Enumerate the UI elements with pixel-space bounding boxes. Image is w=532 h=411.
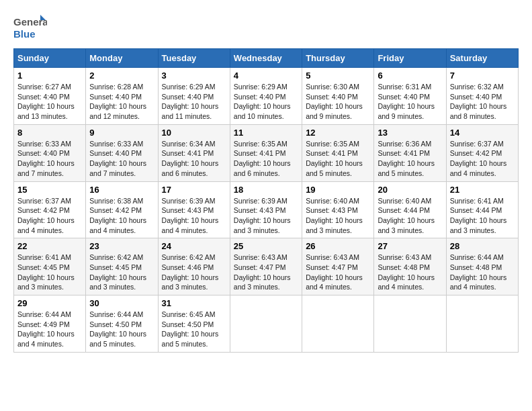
calendar-cell bbox=[446, 295, 518, 353]
calendar-cell: 13Sunrise: 6:36 AMSunset: 4:41 PMDayligh… bbox=[374, 124, 446, 181]
calendar-cell: 15Sunrise: 6:37 AMSunset: 4:42 PMDayligh… bbox=[14, 181, 86, 238]
header-day-monday: Monday bbox=[86, 49, 158, 68]
day-info: Sunrise: 6:35 AMSunset: 4:41 PMDaylight:… bbox=[234, 139, 298, 179]
day-info: Sunrise: 6:40 AMSunset: 4:43 PMDaylight:… bbox=[306, 196, 370, 236]
calendar-cell: 22Sunrise: 6:41 AMSunset: 4:45 PMDayligh… bbox=[14, 238, 86, 295]
calendar-cell: 10Sunrise: 6:34 AMSunset: 4:41 PMDayligh… bbox=[158, 124, 230, 181]
day-info: Sunrise: 6:43 AMSunset: 4:47 PMDaylight:… bbox=[306, 253, 370, 292]
calendar-cell: 14Sunrise: 6:37 AMSunset: 4:42 PMDayligh… bbox=[446, 124, 518, 181]
day-number: 28 bbox=[450, 241, 515, 251]
header-row: SundayMondayTuesdayWednesdayThursdayFrid… bbox=[14, 49, 519, 68]
calendar-week-3: 15Sunrise: 6:37 AMSunset: 4:42 PMDayligh… bbox=[14, 181, 519, 238]
day-info: Sunrise: 6:35 AMSunset: 4:41 PMDaylight:… bbox=[306, 139, 370, 179]
day-info: Sunrise: 6:27 AMSunset: 4:40 PMDaylight:… bbox=[17, 82, 82, 122]
calendar-cell bbox=[374, 295, 446, 353]
calendar-cell bbox=[302, 295, 374, 353]
calendar-cell: 19Sunrise: 6:40 AMSunset: 4:43 PMDayligh… bbox=[302, 181, 374, 238]
day-number: 10 bbox=[162, 128, 226, 138]
day-number: 23 bbox=[89, 241, 154, 251]
day-info: Sunrise: 6:39 AMSunset: 4:43 PMDaylight:… bbox=[234, 196, 298, 236]
day-info: Sunrise: 6:29 AMSunset: 4:40 PMDaylight:… bbox=[162, 82, 226, 122]
day-number: 13 bbox=[378, 128, 442, 138]
calendar-cell: 29Sunrise: 6:44 AMSunset: 4:49 PMDayligh… bbox=[14, 295, 86, 353]
header-day-tuesday: Tuesday bbox=[158, 49, 230, 68]
day-info: Sunrise: 6:43 AMSunset: 4:48 PMDaylight:… bbox=[378, 253, 442, 292]
day-info: Sunrise: 6:33 AMSunset: 4:40 PMDaylight:… bbox=[17, 139, 82, 179]
day-number: 3 bbox=[162, 71, 226, 81]
day-number: 26 bbox=[306, 241, 370, 251]
calendar-cell: 4Sunrise: 6:29 AMSunset: 4:40 PMDaylight… bbox=[230, 68, 302, 125]
calendar-cell: 27Sunrise: 6:43 AMSunset: 4:48 PMDayligh… bbox=[374, 238, 446, 295]
calendar-cell: 8Sunrise: 6:33 AMSunset: 4:40 PMDaylight… bbox=[14, 124, 86, 181]
day-number: 8 bbox=[17, 128, 82, 138]
day-info: Sunrise: 6:44 AMSunset: 4:48 PMDaylight:… bbox=[450, 253, 515, 292]
day-info: Sunrise: 6:37 AMSunset: 4:42 PMDaylight:… bbox=[450, 139, 515, 179]
day-info: Sunrise: 6:43 AMSunset: 4:47 PMDaylight:… bbox=[234, 253, 298, 292]
day-info: Sunrise: 6:28 AMSunset: 4:40 PMDaylight:… bbox=[89, 82, 154, 122]
day-number: 7 bbox=[450, 71, 515, 81]
calendar-cell: 25Sunrise: 6:43 AMSunset: 4:47 PMDayligh… bbox=[230, 238, 302, 295]
calendar-cell: 24Sunrise: 6:42 AMSunset: 4:46 PMDayligh… bbox=[158, 238, 230, 295]
day-info: Sunrise: 6:37 AMSunset: 4:42 PMDaylight:… bbox=[17, 196, 82, 236]
day-number: 29 bbox=[17, 298, 82, 308]
calendar-table: SundayMondayTuesdayWednesdayThursdayFrid… bbox=[13, 48, 519, 353]
day-number: 5 bbox=[306, 71, 370, 81]
day-number: 15 bbox=[17, 185, 82, 195]
calendar-cell: 9Sunrise: 6:33 AMSunset: 4:40 PMDaylight… bbox=[86, 124, 158, 181]
day-number: 22 bbox=[17, 241, 82, 251]
calendar-cell: 11Sunrise: 6:35 AMSunset: 4:41 PMDayligh… bbox=[230, 124, 302, 181]
logo-svg: General Blue bbox=[13, 13, 47, 42]
day-number: 11 bbox=[234, 128, 298, 138]
calendar-week-2: 8Sunrise: 6:33 AMSunset: 4:40 PMDaylight… bbox=[14, 124, 519, 181]
calendar-cell: 2Sunrise: 6:28 AMSunset: 4:40 PMDaylight… bbox=[86, 68, 158, 125]
day-number: 20 bbox=[378, 185, 442, 195]
day-info: Sunrise: 6:30 AMSunset: 4:40 PMDaylight:… bbox=[306, 82, 370, 122]
day-info: Sunrise: 6:41 AMSunset: 4:44 PMDaylight:… bbox=[450, 196, 515, 236]
calendar-week-4: 22Sunrise: 6:41 AMSunset: 4:45 PMDayligh… bbox=[14, 238, 519, 295]
day-info: Sunrise: 6:42 AMSunset: 4:46 PMDaylight:… bbox=[162, 253, 226, 292]
header-day-sunday: Sunday bbox=[14, 49, 86, 68]
header-day-thursday: Thursday bbox=[302, 49, 374, 68]
day-number: 24 bbox=[162, 241, 226, 251]
calendar-cell: 28Sunrise: 6:44 AMSunset: 4:48 PMDayligh… bbox=[446, 238, 518, 295]
calendar-body: 1Sunrise: 6:27 AMSunset: 4:40 PMDaylight… bbox=[14, 68, 519, 353]
header-day-saturday: Saturday bbox=[446, 49, 518, 68]
calendar-cell: 5Sunrise: 6:30 AMSunset: 4:40 PMDaylight… bbox=[302, 68, 374, 125]
day-number: 27 bbox=[378, 241, 442, 251]
day-number: 21 bbox=[450, 185, 515, 195]
day-number: 12 bbox=[306, 128, 370, 138]
day-number: 6 bbox=[378, 71, 442, 81]
day-number: 1 bbox=[17, 71, 82, 81]
day-number: 30 bbox=[89, 298, 154, 308]
calendar-cell: 6Sunrise: 6:31 AMSunset: 4:40 PMDaylight… bbox=[374, 68, 446, 125]
day-number: 25 bbox=[234, 241, 298, 251]
day-info: Sunrise: 6:45 AMSunset: 4:50 PMDaylight:… bbox=[162, 310, 226, 349]
day-info: Sunrise: 6:34 AMSunset: 4:41 PMDaylight:… bbox=[162, 139, 226, 179]
calendar-cell: 31Sunrise: 6:45 AMSunset: 4:50 PMDayligh… bbox=[158, 295, 230, 353]
day-number: 17 bbox=[162, 185, 226, 195]
page-header: General Blue bbox=[13, 13, 519, 42]
day-number: 18 bbox=[234, 185, 298, 195]
day-number: 16 bbox=[89, 185, 154, 195]
day-number: 9 bbox=[89, 128, 154, 138]
day-info: Sunrise: 6:38 AMSunset: 4:42 PMDaylight:… bbox=[89, 196, 154, 236]
day-info: Sunrise: 6:39 AMSunset: 4:43 PMDaylight:… bbox=[162, 196, 226, 236]
svg-text:Blue: Blue bbox=[13, 28, 36, 40]
day-number: 2 bbox=[89, 71, 154, 81]
calendar-cell: 3Sunrise: 6:29 AMSunset: 4:40 PMDaylight… bbox=[158, 68, 230, 125]
header-day-friday: Friday bbox=[374, 49, 446, 68]
calendar-cell: 18Sunrise: 6:39 AMSunset: 4:43 PMDayligh… bbox=[230, 181, 302, 238]
calendar-week-1: 1Sunrise: 6:27 AMSunset: 4:40 PMDaylight… bbox=[14, 68, 519, 125]
day-info: Sunrise: 6:44 AMSunset: 4:50 PMDaylight:… bbox=[89, 310, 154, 349]
day-number: 31 bbox=[162, 298, 226, 308]
calendar-cell: 16Sunrise: 6:38 AMSunset: 4:42 PMDayligh… bbox=[86, 181, 158, 238]
day-number: 4 bbox=[234, 71, 298, 81]
calendar-cell bbox=[230, 295, 302, 353]
day-number: 19 bbox=[306, 185, 370, 195]
day-info: Sunrise: 6:33 AMSunset: 4:40 PMDaylight:… bbox=[89, 139, 154, 179]
calendar-cell: 17Sunrise: 6:39 AMSunset: 4:43 PMDayligh… bbox=[158, 181, 230, 238]
day-info: Sunrise: 6:41 AMSunset: 4:45 PMDaylight:… bbox=[17, 253, 82, 292]
calendar-week-5: 29Sunrise: 6:44 AMSunset: 4:49 PMDayligh… bbox=[14, 295, 519, 353]
calendar-cell: 7Sunrise: 6:32 AMSunset: 4:40 PMDaylight… bbox=[446, 68, 518, 125]
day-info: Sunrise: 6:40 AMSunset: 4:44 PMDaylight:… bbox=[378, 196, 442, 236]
